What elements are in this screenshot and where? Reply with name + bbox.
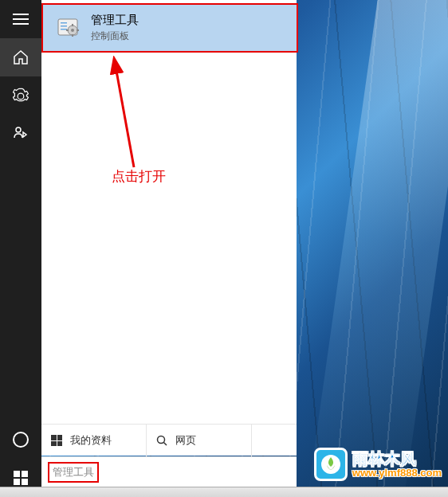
watermark-logo bbox=[314, 448, 348, 481]
gear-icon bbox=[13, 88, 29, 104]
watermark: 雨林木风 www.ylmf888.com bbox=[314, 448, 442, 481]
hamburger-menu-button[interactable] bbox=[0, 0, 41, 38]
feedback-icon bbox=[13, 126, 29, 142]
search-filter-tabs: 我的资料 网页 bbox=[41, 424, 297, 456]
svg-rect-6 bbox=[61, 25, 67, 27]
result-title: 管理工具 bbox=[91, 13, 139, 28]
svg-rect-10 bbox=[72, 24, 73, 26]
taskbar[interactable] bbox=[0, 487, 448, 497]
watermark-url: www.ylmf888.com bbox=[352, 468, 442, 479]
search-results-panel bbox=[41, 0, 297, 427]
home-button[interactable] bbox=[0, 38, 41, 76]
tab-label: 网页 bbox=[175, 433, 196, 448]
tab-my-stuff[interactable]: 我的资料 bbox=[41, 425, 147, 456]
cortana-icon bbox=[13, 432, 29, 448]
result-subtitle: 控制面板 bbox=[91, 29, 139, 43]
windows-icon bbox=[14, 471, 28, 485]
search-input-bar[interactable]: 管理工具 bbox=[41, 456, 297, 487]
windows-small-icon bbox=[51, 435, 62, 446]
svg-rect-7 bbox=[61, 29, 67, 30]
svg-point-16 bbox=[158, 436, 165, 444]
search-input-text: 管理工具 bbox=[48, 462, 99, 483]
settings-button[interactable] bbox=[0, 76, 41, 115]
feedback-button[interactable] bbox=[0, 115, 41, 153]
tab-label: 我的资料 bbox=[70, 433, 112, 448]
hamburger-icon bbox=[13, 14, 29, 25]
svg-rect-1 bbox=[13, 18, 29, 20]
search-result-best-match[interactable]: 管理工具 控制面板 bbox=[41, 3, 298, 53]
svg-point-9 bbox=[71, 29, 74, 32]
tab-web[interactable]: 网页 bbox=[147, 425, 252, 456]
watermark-title: 雨林木风 bbox=[352, 450, 442, 468]
svg-line-17 bbox=[164, 443, 167, 446]
svg-rect-13 bbox=[77, 29, 79, 31]
search-icon bbox=[156, 435, 167, 446]
start-sidebar bbox=[0, 0, 41, 497]
svg-rect-11 bbox=[72, 34, 73, 37]
admin-tools-icon bbox=[54, 14, 83, 42]
home-icon bbox=[13, 49, 29, 65]
svg-rect-12 bbox=[66, 29, 69, 31]
cortana-button[interactable] bbox=[0, 421, 41, 459]
svg-rect-2 bbox=[13, 23, 29, 25]
svg-point-3 bbox=[16, 127, 21, 132]
svg-rect-5 bbox=[61, 22, 67, 24]
svg-rect-0 bbox=[13, 14, 29, 15]
